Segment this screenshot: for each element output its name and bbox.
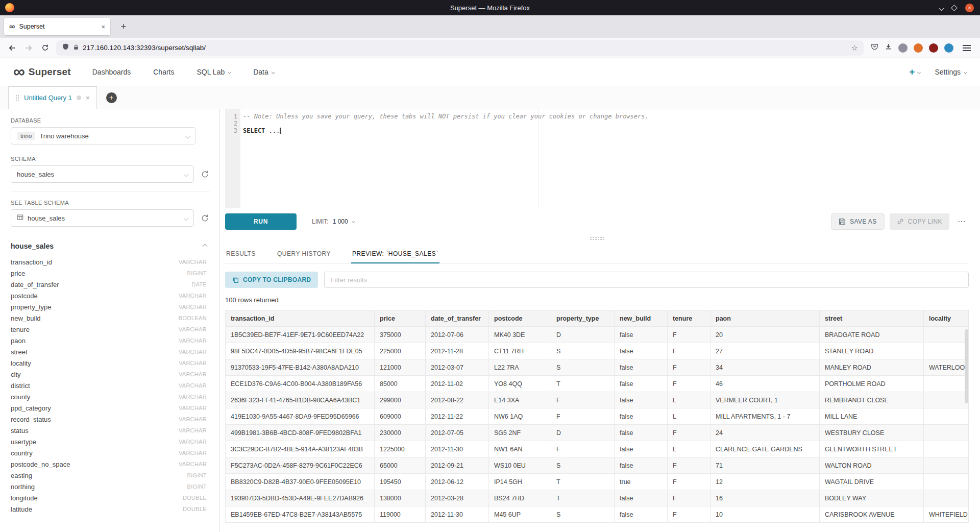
table-row: 499B1981-3B6B-4BCD-808F-9FED9802BFA12300… bbox=[226, 425, 969, 441]
cell bbox=[924, 441, 969, 457]
refresh-schema-icon[interactable] bbox=[201, 170, 209, 179]
column-header[interactable]: locality bbox=[924, 310, 969, 327]
sql-editor[interactable]: 1 2 3 -- Note: Unless you save your quer… bbox=[225, 109, 969, 208]
schema-column: postcode_no_spaceVARCHAR bbox=[11, 458, 207, 470]
query-tab[interactable]: Untitled Query 1 × bbox=[8, 86, 97, 109]
table-schema-label: SEE TABLE SCHEMA bbox=[11, 200, 209, 206]
cell: S bbox=[551, 457, 615, 474]
superset-logo[interactable]: ∞ Superset bbox=[13, 65, 71, 79]
cell: 2012-11-22 bbox=[426, 408, 489, 425]
nav-data[interactable]: Data bbox=[253, 68, 275, 76]
column-type: VARCHAR bbox=[179, 371, 207, 377]
editor-code[interactable]: -- Note: Unless you save your query, the… bbox=[240, 109, 969, 134]
column-header[interactable]: price bbox=[375, 310, 426, 327]
nav-charts[interactable]: Charts bbox=[153, 68, 174, 76]
database-engine-badge: trino bbox=[17, 132, 35, 140]
window-minimize-button[interactable] bbox=[940, 3, 943, 12]
more-options-button[interactable]: ··· bbox=[954, 217, 969, 226]
cell: PORTHOLME ROAD bbox=[820, 376, 924, 392]
new-item-button[interactable]: + bbox=[909, 66, 920, 78]
window-controls: × bbox=[940, 3, 974, 12]
bookmark-star-icon[interactable]: ☆ bbox=[851, 43, 858, 53]
results-tab-preview-house-sales[interactable]: PREVIEW: `HOUSE_SALES` bbox=[351, 245, 439, 263]
results-tab-query-history[interactable]: QUERY HISTORY bbox=[276, 245, 332, 263]
sql-rest: ... bbox=[265, 127, 280, 134]
table-schema-header[interactable]: house_sales bbox=[11, 242, 207, 250]
window-close-button[interactable]: × bbox=[965, 4, 974, 12]
column-type: VARCHAR bbox=[179, 337, 207, 344]
cell: 27 bbox=[710, 343, 820, 359]
save-as-button[interactable]: SAVE AS bbox=[831, 213, 885, 230]
url-bar[interactable]: 217.160.120.143:32393/superset/sqllab/ ☆ bbox=[56, 40, 864, 56]
reload-button[interactable] bbox=[37, 41, 53, 55]
results-tab-results[interactable]: RESULTS bbox=[225, 245, 257, 263]
column-header[interactable]: tenure bbox=[668, 310, 710, 327]
cell: VERMEER COURT, 1 bbox=[710, 392, 820, 408]
results-scrollbar[interactable] bbox=[965, 329, 968, 403]
copy-to-clipboard-button[interactable]: COPY TO CLIPBOARD bbox=[225, 272, 318, 288]
pocket-icon[interactable] bbox=[871, 43, 878, 53]
browser-tab[interactable]: ∞ Superset × bbox=[4, 18, 110, 35]
main-nav: Dashboards Charts SQL Lab Data bbox=[92, 68, 275, 76]
limit-dropdown[interactable]: LIMIT: 1 000 bbox=[312, 218, 355, 225]
cell: T bbox=[551, 490, 615, 506]
column-type: BIGINT bbox=[187, 483, 207, 490]
column-name: county bbox=[11, 393, 30, 401]
results-table: transaction_idpricedate_of_transferpostc… bbox=[225, 310, 969, 523]
lock-icon[interactable] bbox=[73, 43, 79, 53]
link-icon bbox=[897, 218, 904, 225]
cell: 119000 bbox=[375, 506, 426, 523]
filter-results-input[interactable] bbox=[324, 272, 969, 288]
column-header[interactable]: new_build bbox=[615, 310, 668, 327]
cell: F bbox=[668, 506, 710, 523]
cell: 12 bbox=[710, 474, 820, 490]
tab-close-icon[interactable]: × bbox=[101, 23, 105, 31]
app-header: ∞ Superset Dashboards Charts SQL Lab Dat… bbox=[0, 58, 980, 86]
table-select[interactable]: house_sales bbox=[11, 209, 194, 227]
window-maximize-button[interactable] bbox=[951, 5, 958, 11]
cell: E14 3XA bbox=[489, 392, 551, 408]
run-button[interactable]: RUN bbox=[225, 213, 297, 230]
cell bbox=[924, 376, 969, 392]
column-header[interactable]: date_of_transfer bbox=[426, 310, 489, 327]
column-header[interactable]: transaction_id bbox=[226, 310, 375, 327]
cell: 10 bbox=[710, 506, 820, 523]
schema-column: record_statusVARCHAR bbox=[11, 414, 207, 425]
new-tab-button[interactable]: + bbox=[116, 19, 131, 34]
cell: BODLEY WAY bbox=[820, 490, 924, 506]
nav-dashboards[interactable]: Dashboards bbox=[92, 68, 131, 76]
cell bbox=[924, 392, 969, 408]
tracking-shield-icon[interactable] bbox=[62, 43, 69, 53]
schema-column: tenureVARCHAR bbox=[11, 324, 207, 335]
pane-resize-handle[interactable] bbox=[225, 235, 969, 242]
cell: 193907D3-5DBD-453D-A49E-9FEE27DAB926 bbox=[226, 490, 375, 506]
forward-button[interactable] bbox=[20, 41, 37, 55]
nav-sql-lab[interactable]: SQL Lab bbox=[197, 68, 231, 76]
collapse-chevron-icon[interactable] bbox=[203, 244, 208, 249]
menu-hamburger-icon[interactable] bbox=[963, 47, 971, 49]
cell: false bbox=[615, 392, 668, 408]
browser-tab-title: Superset bbox=[19, 23, 97, 30]
cell: 2012-08-22 bbox=[426, 392, 489, 408]
column-name: record_status bbox=[11, 416, 51, 423]
extension-icon-3[interactable] bbox=[929, 43, 938, 53]
cell: EB1459EB-67ED-47C8-B2E7-A38143AB5575 bbox=[226, 506, 375, 523]
extension-icon-2[interactable] bbox=[914, 43, 923, 53]
refresh-table-icon[interactable] bbox=[201, 214, 209, 223]
column-header[interactable]: paon bbox=[710, 310, 820, 327]
database-select[interactable]: trino Trino warehouse bbox=[11, 127, 195, 144]
cell: 46 bbox=[710, 376, 820, 392]
back-button[interactable] bbox=[4, 41, 20, 55]
schema-select[interactable]: house_sales bbox=[11, 165, 194, 183]
downloads-icon[interactable] bbox=[885, 43, 892, 53]
cell: 3C3C29DC-B7B2-4BE5-914A-A38123AF403B bbox=[226, 441, 375, 457]
column-header[interactable]: property_type bbox=[551, 310, 615, 327]
extension-icon-1[interactable] bbox=[898, 43, 908, 53]
copy-link-button[interactable]: COPY LINK bbox=[890, 213, 949, 230]
settings-menu[interactable]: Settings bbox=[935, 68, 967, 76]
column-header[interactable]: street bbox=[820, 310, 924, 327]
extension-icon-4[interactable] bbox=[944, 43, 953, 53]
column-header[interactable]: postcode bbox=[489, 310, 551, 327]
add-query-tab-button[interactable]: + bbox=[106, 92, 117, 103]
query-tab-close-icon[interactable]: × bbox=[86, 94, 90, 102]
